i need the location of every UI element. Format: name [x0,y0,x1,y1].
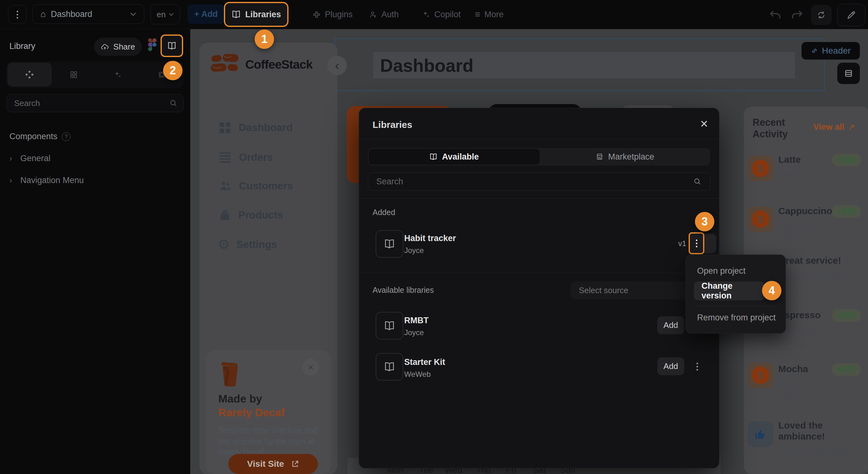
divider [746,196,865,196]
box-icon [218,209,231,221]
app-nav-label: Dashboard [239,122,292,133]
kebab-icon [696,363,698,371]
sparkles-icon [113,70,122,79]
visit-site-button[interactable]: Visit Site [228,454,318,474]
hamburger-icon: ≡ [475,9,480,20]
tab-available[interactable]: Available [369,149,540,165]
toolbar-item-label: Copilot [434,10,461,20]
library-name: RMBT [404,316,429,325]
toolbar-item-more[interactable]: ≡ More [475,8,504,21]
tab-label: Marketplace [608,152,654,162]
app-nav-label: Customers [239,180,293,192]
library-toggle-button[interactable] [160,34,183,57]
divider [694,306,777,306]
menu-item-change-version[interactable]: Change version [694,282,764,300]
redo-button[interactable] [790,9,803,21]
add-library-button[interactable]: Add [657,316,684,334]
toolbar-item-copilot[interactable]: Copilot [422,8,461,21]
component-group-general[interactable]: › General [9,154,51,163]
dollar-icon: $ [752,160,769,177]
arrow-up-right-icon: ↗ [848,123,855,132]
add-button[interactable]: + Add [188,4,224,24]
component-group-label: General [20,154,51,163]
made-by-description: Template done with love and lots of coff… [218,425,322,458]
made-by-line1: Made by [218,392,262,405]
sync-button[interactable] [811,5,832,25]
activity-item-meta: Review · 4hrs ago [778,446,854,456]
modal-search-input[interactable] [368,172,710,191]
view-all-link[interactable]: View all ↗ [813,122,855,132]
step-number: 2 [169,64,176,77]
search-icon [169,99,178,107]
menu-item-open-project[interactable]: Open project [697,266,746,276]
collapse-chevron-icon: ‹ [335,59,339,73]
libraries-button-label: Libraries [245,10,281,20]
tab-components[interactable] [7,63,52,87]
thumbs-up-icon [753,427,767,441]
add-library-button[interactable]: Add [657,357,684,375]
library-icon [376,312,403,340]
external-link-icon [291,460,299,468]
dismiss-card-button[interactable]: × [302,359,319,376]
app-nav-dashboard[interactable]: Dashboard [219,122,292,133]
toolbar-item-auth[interactable]: Auth [369,8,399,21]
diamond-dots-icon [25,70,34,79]
tab-label: Available [442,152,479,162]
library-options-button[interactable] [689,232,704,254]
page-selector-dropdown[interactable]: ⌂ Dashboard [33,4,144,24]
library-name: Starter Kit [404,357,445,367]
divider [746,351,865,351]
book-icon [384,361,395,373]
figma-icon[interactable] [148,38,156,51]
library-author: WeWeb [404,370,431,379]
component-group-navigation-menu[interactable]: › Navigation Menu [9,176,84,185]
sidebar-collapse-button[interactable]: ‹ [328,56,347,75]
app-nav-settings[interactable]: ⚙ Settings [218,238,277,251]
libraries-button[interactable]: Libraries [224,2,288,27]
panel-toggle-button[interactable] [837,63,860,84]
divider [359,198,719,199]
step-number: 4 [769,284,775,297]
close-icon: × [308,361,314,373]
book-icon [429,153,437,161]
share-button[interactable]: Share [94,38,142,56]
menu-item-remove-from-project[interactable]: Remove from project [697,313,776,323]
app-nav-products[interactable]: Products [218,209,283,221]
activity-item-meta: Sale · 1hr ago [778,169,831,191]
grid-icon [219,122,230,133]
library-search-input[interactable] [6,94,184,112]
app-nav-customers[interactable]: Customers [218,179,293,192]
activity-item-meta: Sale · 4hrs ago [778,379,825,400]
app-nav-label: Products [238,209,283,221]
sparkles-icon [422,10,430,19]
close-icon[interactable]: × [700,116,708,131]
components-header: Components ? [9,132,70,141]
activity-amount-badge: +$35 [832,205,861,218]
activity-amount-badge: +$12 [832,309,861,322]
toolbar-kebab-button[interactable] [8,5,26,24]
panel-title: Library [9,41,35,51]
layout-grid-icon [69,70,78,79]
library-options-button[interactable] [691,359,703,374]
modal-tabbar: Available Marketplace [368,148,710,165]
language-dropdown[interactable]: en [151,4,180,25]
app-name: CoffeeStack [245,58,312,71]
app-nav-orders[interactable]: Orders [219,151,273,163]
tab-marketplace[interactable]: Marketplace [540,149,711,165]
activity-title: Recent Activity [753,117,818,140]
gear-icon: ⚙ [218,238,230,251]
library-name: Habit tracker [404,233,456,243]
library-panel: Library Share Components ? › Gen [0,29,190,474]
edit-mode-button[interactable] [837,4,866,26]
selected-element-badge[interactable]: Header [802,42,860,60]
redo-icon [790,9,803,21]
tab-ai[interactable] [96,70,140,79]
help-icon[interactable]: ? [62,132,70,141]
divider [746,410,865,410]
toolbar-item-plugins[interactable]: Plugins [312,8,353,21]
dollar-icon: $ [752,210,769,228]
chevron-down-icon [169,13,174,16]
undo-button[interactable] [769,9,782,21]
activity-item-meta: Sale · 1hr ago [778,221,831,242]
tab-blocks[interactable] [52,70,96,79]
